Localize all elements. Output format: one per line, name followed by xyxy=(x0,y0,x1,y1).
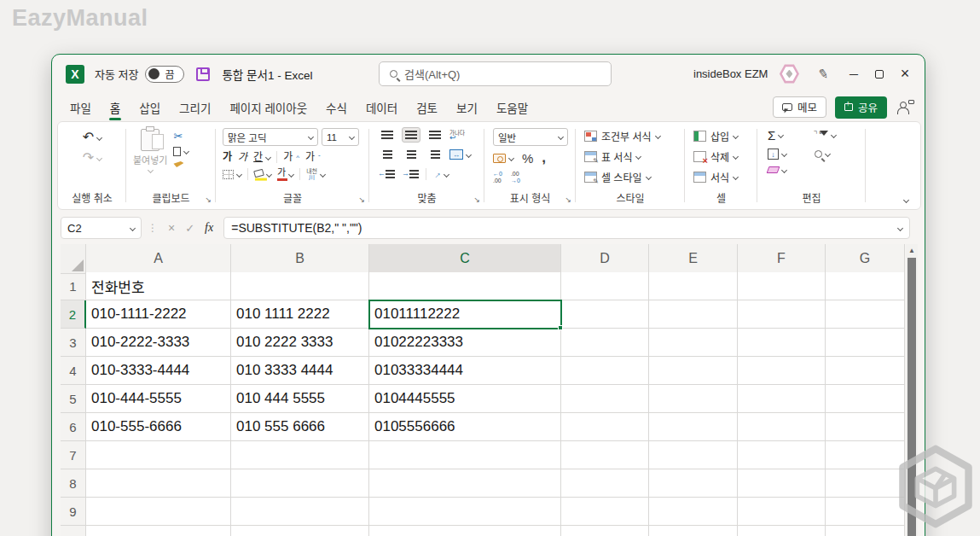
insert-cells-button[interactable]: 삽입 xyxy=(693,129,754,143)
column-header-B[interactable]: B xyxy=(231,244,369,274)
align-center-button[interactable] xyxy=(402,147,420,162)
formula-input[interactable]: =SUBSTITUTE(B2," ","") xyxy=(223,217,910,239)
cell-E7[interactable] xyxy=(649,441,738,469)
increase-indent-button[interactable]: → xyxy=(402,166,420,182)
fill-handle[interactable] xyxy=(558,325,563,330)
cell-A9[interactable] xyxy=(86,498,231,526)
percent-button[interactable]: % xyxy=(522,151,533,166)
cell-G2[interactable] xyxy=(826,300,905,329)
cell-A6[interactable]: 010-555-6666 xyxy=(86,413,231,441)
cell-B5[interactable]: 010 444 5555 xyxy=(231,385,369,413)
tab-draw[interactable]: 그리기 xyxy=(170,93,220,121)
column-header-E[interactable]: E xyxy=(649,244,738,274)
cell-C8[interactable] xyxy=(369,469,561,498)
collaborate-person-icon[interactable] xyxy=(897,102,913,114)
scroll-up-arrow[interactable]: ▲ xyxy=(906,247,918,254)
tab-insert[interactable]: 삽입 xyxy=(130,93,170,121)
tab-page-layout[interactable]: 페이지 레이아웃 xyxy=(220,93,316,121)
tab-formulas[interactable]: 수식 xyxy=(316,93,357,121)
cell-B3[interactable]: 010 2222 3333 xyxy=(231,329,369,357)
cell-D4[interactable] xyxy=(561,357,649,385)
cell-D7[interactable] xyxy=(561,441,649,469)
cell-G4[interactable] xyxy=(826,357,905,385)
row-header-3[interactable]: 3 xyxy=(61,329,86,357)
number-format-select[interactable]: 일반 xyxy=(493,128,568,146)
cell-D8[interactable] xyxy=(561,469,649,498)
autosum-button[interactable]: Σ xyxy=(768,129,815,142)
format-painter-button[interactable] xyxy=(173,161,188,167)
account-avatar[interactable] xyxy=(779,64,799,84)
cell-A7[interactable] xyxy=(86,441,231,469)
cell-A8[interactable] xyxy=(86,469,231,498)
row-header-5[interactable]: 5 xyxy=(61,385,86,413)
cell-F10[interactable] xyxy=(738,526,826,536)
copy-button[interactable] xyxy=(173,147,188,156)
wrap-text-button[interactable]: 가나다↩ xyxy=(449,130,465,141)
cell-F7[interactable] xyxy=(738,441,826,469)
row-header-10[interactable]: 10 xyxy=(61,526,86,536)
borders-button[interactable] xyxy=(223,170,241,179)
cell-styles-button[interactable]: 셀 스타일 xyxy=(584,170,680,184)
share-button[interactable]: 공유 xyxy=(835,96,887,119)
cell-D5[interactable] xyxy=(561,385,649,413)
expand-formula-bar-chevron[interactable] xyxy=(897,224,903,230)
font-name-select[interactable]: 맑은 고딕 xyxy=(223,128,318,146)
tab-home[interactable]: 홈 xyxy=(101,93,130,121)
cell-E10[interactable] xyxy=(649,526,738,536)
cell-A4[interactable]: 010-3333-4444 xyxy=(86,357,231,385)
cell-C5[interactable]: 0104445555 xyxy=(369,385,561,413)
merge-center-button[interactable]: ↔ xyxy=(449,149,471,160)
format-as-table-button[interactable]: 표 서식 xyxy=(584,149,680,164)
number-dialog-launcher[interactable]: ↘ xyxy=(565,195,571,204)
insert-function-icon[interactable]: fx xyxy=(205,221,213,235)
formula-bar-handle[interactable]: ⋮ xyxy=(148,222,158,234)
column-header-D[interactable]: D xyxy=(561,244,649,274)
tab-file[interactable]: 파일 xyxy=(61,93,101,121)
close-button[interactable]: × xyxy=(892,55,918,93)
cell-B8[interactable] xyxy=(231,469,369,498)
cut-button[interactable]: ✂ xyxy=(173,131,188,142)
accounting-format-button[interactable] xyxy=(493,154,513,163)
decrease-indent-button[interactable]: ← xyxy=(378,166,397,182)
cell-G6[interactable] xyxy=(826,413,905,441)
cell-G8[interactable] xyxy=(826,469,905,498)
row-header-6[interactable]: 6 xyxy=(61,413,86,441)
align-right-button[interactable] xyxy=(426,147,444,162)
tab-view[interactable]: 보기 xyxy=(447,93,487,121)
row-header-8[interactable]: 8 xyxy=(61,469,86,498)
format-cells-button[interactable]: 서식 xyxy=(693,170,754,184)
cell-A10[interactable] xyxy=(86,526,231,536)
font-color-button[interactable]: 가 xyxy=(277,168,293,180)
cell-C3[interactable]: 01022223333 xyxy=(369,329,561,357)
column-header-C[interactable]: C xyxy=(369,244,561,274)
cell-F5[interactable] xyxy=(738,385,826,413)
row-header-2[interactable]: 2 xyxy=(61,300,86,329)
maximize-button[interactable] xyxy=(867,55,892,93)
name-box[interactable]: C2 xyxy=(61,217,142,239)
shrink-font-button[interactable]: 가ˇ xyxy=(305,152,321,162)
clipboard-dialog-launcher[interactable]: ↘ xyxy=(205,195,212,204)
find-select-button[interactable] xyxy=(815,149,861,160)
cell-A3[interactable]: 010-2222-3333 xyxy=(86,329,231,357)
cell-D3[interactable] xyxy=(561,329,649,357)
conditional-formatting-button[interactable]: 조건부 서식 xyxy=(584,129,680,143)
cell-G5[interactable] xyxy=(826,385,905,413)
cell-F1[interactable] xyxy=(738,272,826,300)
cell-E6[interactable] xyxy=(649,413,738,441)
cell-C2[interactable]: 01011112222 xyxy=(369,300,561,329)
decrease-decimal-button[interactable]: .00→0 xyxy=(511,171,520,185)
cell-D9[interactable] xyxy=(561,498,649,526)
italic-button[interactable]: 가 xyxy=(238,152,247,162)
collapse-ribbon-chevron[interactable] xyxy=(903,197,909,203)
font-size-select[interactable]: 11 xyxy=(322,128,359,146)
cell-E5[interactable] xyxy=(649,385,738,413)
cell-C7[interactable] xyxy=(369,441,561,469)
align-left-button[interactable] xyxy=(378,147,397,162)
cell-G10[interactable] xyxy=(826,526,905,536)
column-header-F[interactable]: F xyxy=(738,244,826,274)
cell-F3[interactable] xyxy=(738,329,826,357)
comma-style-button[interactable]: , xyxy=(542,154,546,162)
bold-button[interactable]: 가 xyxy=(223,152,232,162)
alignment-dialog-launcher[interactable]: ↘ xyxy=(473,195,480,204)
cell-G3[interactable] xyxy=(826,329,905,357)
